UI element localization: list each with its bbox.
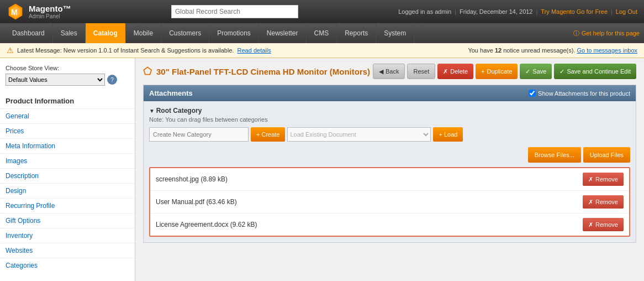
sidebar-item-meta[interactable]: Meta Information bbox=[0, 138, 135, 153]
upload-files-button[interactable]: Upload Files bbox=[583, 147, 630, 163]
logo-text: Magento™ bbox=[29, 4, 71, 13]
nav-help: ⓘ Get help for this page bbox=[573, 29, 640, 38]
sidebar-item-recurring[interactable]: Recurring Profile bbox=[0, 198, 135, 213]
nav-item-cms[interactable]: CMS bbox=[307, 23, 337, 43]
file-name: screenshot.jpg (8.89 kB) bbox=[156, 175, 228, 183]
sidebar-item-design[interactable]: Design bbox=[0, 183, 135, 198]
remove-file-1-button[interactable]: ✗ Remove bbox=[583, 195, 624, 209]
sidebar-item-prices[interactable]: Prices bbox=[0, 123, 135, 138]
content-area: ⬠ 30" Flat-Panel TFT-LCD Cinema HD Monit… bbox=[135, 58, 644, 281]
nav-item-system[interactable]: System bbox=[376, 23, 414, 43]
save-continue-icon: ✓ bbox=[559, 68, 564, 75]
nav-item-reports[interactable]: Reports bbox=[337, 23, 376, 43]
sidebar-item-categories[interactable]: Categories bbox=[0, 258, 135, 273]
store-view-select-wrap: Default Values ? bbox=[0, 74, 135, 92]
search-input[interactable] bbox=[171, 5, 298, 18]
logout-link[interactable]: Log Out bbox=[616, 8, 637, 15]
delete-button[interactable]: ✗ Delete bbox=[437, 64, 473, 79]
file-name: License Agreement.docx (9.62 kB) bbox=[156, 221, 257, 228]
product-title: ⬠ 30" Flat-Panel TFT-LCD Cinema HD Monit… bbox=[143, 65, 370, 77]
remove-icon: ✗ bbox=[588, 199, 593, 206]
magento-logo-icon: M bbox=[7, 3, 24, 20]
table-row: User Manual.pdf (63.46 kB) ✗ Remove bbox=[150, 191, 629, 214]
save-icon: ✓ bbox=[525, 68, 530, 75]
file-actions-row: Browse Files... Upload Files bbox=[149, 147, 630, 163]
sidebar-item-websites[interactable]: Websites bbox=[0, 243, 135, 258]
table-row: License Agreement.docx (9.62 kB) ✗ Remov… bbox=[150, 214, 629, 236]
save-button[interactable]: ✓ Save bbox=[520, 64, 552, 79]
sidebar-item-general[interactable]: General bbox=[0, 108, 135, 123]
remove-icon: ✗ bbox=[588, 176, 593, 183]
read-details-link[interactable]: Read details bbox=[237, 47, 271, 54]
nav-item-dashboard[interactable]: Dashboard bbox=[4, 23, 53, 43]
sidebar: Choose Store View: Default Values ? Prod… bbox=[0, 58, 135, 281]
user-info: Logged in as admin | Friday, December 14… bbox=[398, 8, 637, 15]
nav-items: Dashboard Sales Catalog Mobile Customers… bbox=[4, 23, 414, 43]
duplicate-button[interactable]: + Duplicate bbox=[476, 64, 518, 79]
go-to-inbox-link[interactable]: Go to messages inbox bbox=[577, 47, 637, 54]
store-view-label: Choose Store View: bbox=[0, 65, 135, 74]
load-plus-icon: + bbox=[439, 131, 442, 138]
product-icon: ⬠ bbox=[143, 65, 152, 77]
table-row: screenshot.jpg (8.89 kB) ✗ Remove bbox=[150, 168, 629, 191]
reset-button[interactable]: Reset bbox=[407, 64, 435, 79]
browse-files-button[interactable]: Browse Files... bbox=[528, 147, 581, 163]
file-name: User Manual.pdf (63.46 kB) bbox=[156, 198, 237, 206]
category-row: + Create Load Existing Document + Load bbox=[149, 127, 630, 142]
product-info-title: Product Information bbox=[0, 92, 135, 108]
sidebar-item-gift-options[interactable]: Gift Options bbox=[0, 213, 135, 228]
nav-item-sales[interactable]: Sales bbox=[53, 23, 86, 43]
notice-message: Latest Message: New version 1.0.1 of Ins… bbox=[17, 47, 234, 54]
duplicate-icon: + bbox=[481, 68, 484, 75]
show-attachments-check: Show Attachments for this product bbox=[529, 90, 630, 97]
action-buttons: ◀ Back Reset ✗ Delete + Duplicate ✓ Save bbox=[373, 64, 636, 79]
load-existing-select[interactable]: Load Existing Document bbox=[287, 127, 431, 142]
show-attachments-checkbox[interactable] bbox=[529, 90, 536, 97]
nav-item-mobile[interactable]: Mobile bbox=[126, 23, 161, 43]
attachments-header: Attachments Show Attachments for this pr… bbox=[144, 85, 636, 101]
attachments-panel: Attachments Show Attachments for this pr… bbox=[143, 85, 636, 243]
create-category-input[interactable] bbox=[149, 127, 249, 142]
back-button[interactable]: ◀ Back bbox=[373, 64, 405, 79]
product-title-row: ⬠ 30" Flat-Panel TFT-LCD Cinema HD Monit… bbox=[143, 64, 636, 79]
notice-right: You have 12 notice unread message(s). Go… bbox=[468, 47, 637, 54]
nav-item-catalog[interactable]: Catalog bbox=[86, 23, 126, 43]
notice-bar: ⚠ Latest Message: New version 1.0.1 of I… bbox=[0, 43, 644, 58]
store-view-help-icon[interactable]: ? bbox=[107, 75, 117, 85]
main-layout: Choose Store View: Default Values ? Prod… bbox=[0, 58, 644, 281]
store-view-select[interactable]: Default Values bbox=[6, 74, 105, 86]
nav-item-customers[interactable]: Customers bbox=[161, 23, 209, 43]
create-plus-icon: + bbox=[256, 131, 260, 138]
sidebar-item-description[interactable]: Description bbox=[0, 168, 135, 183]
logo-subtitle: Admin Panel bbox=[29, 13, 71, 19]
delete-icon: ✗ bbox=[443, 68, 448, 75]
root-category-label: Root Category bbox=[149, 107, 630, 115]
nav-item-newsletter[interactable]: Newsletter bbox=[259, 23, 307, 43]
sidebar-item-inventory[interactable]: Inventory bbox=[0, 228, 135, 243]
nav-item-promotions[interactable]: Promotions bbox=[209, 23, 259, 43]
svg-text:M: M bbox=[11, 8, 18, 17]
sidebar-item-images[interactable]: Images bbox=[0, 153, 135, 168]
attachments-body: Root Category Note: You can drag files b… bbox=[144, 101, 636, 242]
notice-icon: ⚠ bbox=[7, 46, 14, 55]
drag-note: Note: You can drag files between categor… bbox=[149, 116, 630, 123]
remove-file-2-button[interactable]: ✗ Remove bbox=[583, 218, 624, 231]
files-list: screenshot.jpg (8.89 kB) ✗ Remove User M… bbox=[149, 167, 630, 237]
logo-area: M Magento™ Admin Panel bbox=[7, 3, 71, 20]
load-button[interactable]: + Load bbox=[433, 127, 463, 142]
create-button[interactable]: + Create bbox=[251, 127, 285, 142]
remove-file-0-button[interactable]: ✗ Remove bbox=[583, 173, 624, 186]
save-continue-button[interactable]: ✓ Save and Continue Edit bbox=[554, 64, 636, 79]
back-arrow-icon: ◀ bbox=[379, 68, 383, 75]
remove-icon: ✗ bbox=[588, 221, 593, 228]
search-area bbox=[171, 5, 298, 18]
nav-bar: Dashboard Sales Catalog Mobile Customers… bbox=[0, 23, 644, 43]
header: M Magento™ Admin Panel Logged in as admi… bbox=[0, 0, 644, 23]
try-magento-link[interactable]: Try Magento Go for Free bbox=[541, 8, 608, 15]
